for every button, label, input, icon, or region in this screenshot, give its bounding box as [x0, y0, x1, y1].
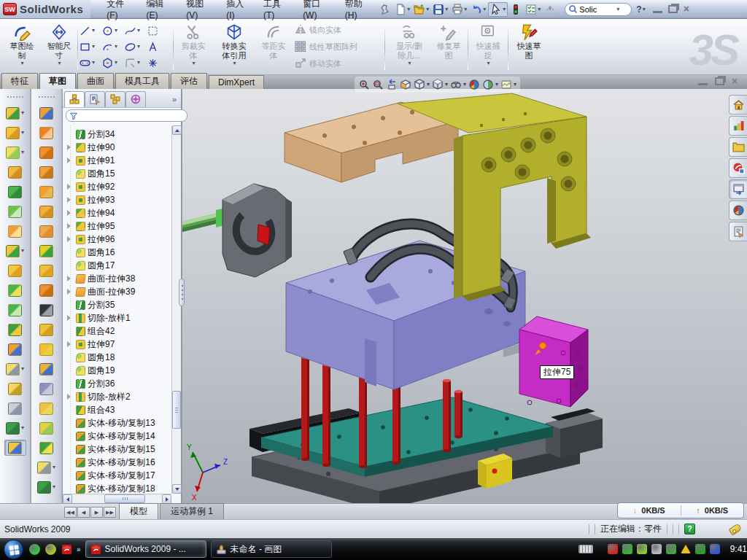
vertical-scroll-thumb[interactable]	[172, 391, 181, 429]
menu-4[interactable]: 工具(T)	[256, 0, 295, 23]
menu-5[interactable]: 窗口(W)	[295, 0, 338, 23]
tree-item[interactable]: 曲面-拉伸39	[67, 285, 171, 298]
apply-scene-button[interactable]: ▾	[482, 79, 498, 90]
expand-arrow-icon[interactable]	[67, 210, 71, 216]
tray-verified-badge-icon[interactable]	[637, 544, 647, 554]
trim-entities-button[interactable]: 剪裁实 体 ▾	[176, 21, 211, 72]
tray-volume-icon[interactable]	[651, 544, 662, 554]
print-button[interactable]: ▾	[450, 3, 468, 16]
tree-item[interactable]: 圆角16	[67, 246, 171, 259]
sk-text-button[interactable]	[147, 39, 169, 55]
quicklaunch-solidworks-icon[interactable]	[61, 544, 72, 555]
expand-arrow-icon[interactable]	[67, 158, 71, 163]
panel-splitter-handle[interactable]	[179, 279, 185, 306]
surface-map-button[interactable]	[36, 400, 58, 416]
revolved-boss-button[interactable]: ▾	[4, 125, 26, 141]
tree-item[interactable]: 拉伸97	[67, 338, 171, 351]
tree-item[interactable]: 切除-放样2	[67, 390, 171, 403]
tray-speed-shield-icon[interactable]	[622, 544, 632, 554]
search-input[interactable]	[579, 5, 614, 14]
tree-item[interactable]: 圆角15	[67, 167, 171, 180]
sk-polygon-button[interactable]: ▾	[101, 55, 124, 71]
expand-arrow-icon[interactable]	[67, 394, 71, 400]
doc-close-button[interactable]: ×	[732, 77, 741, 85]
tree-horizontal-scrollbar[interactable]	[63, 494, 171, 503]
extruded-boss-button[interactable]: ▾	[4, 105, 26, 121]
close-button[interactable]: ×	[684, 5, 693, 13]
prev-tab-button[interactable]: ◀	[77, 507, 90, 518]
taskbar-task-0[interactable]: SolidWorks 2009 - ...	[85, 540, 206, 558]
tree-item[interactable]: 分割35	[67, 298, 171, 311]
tray-blocked-icon[interactable]	[710, 544, 720, 554]
insert-line-button[interactable]	[36, 105, 58, 121]
section-view-button[interactable]	[400, 79, 411, 90]
menu-3[interactable]: 插入(I)	[219, 0, 256, 23]
sk-arc-button[interactable]: ▾	[101, 39, 124, 55]
radiate-surface-button[interactable]	[36, 282, 58, 298]
move-copy-body-button[interactable]	[4, 341, 26, 357]
tree-item[interactable]: 拉伸93	[67, 193, 171, 206]
first-tab-button[interactable]: ◀◀	[64, 507, 77, 518]
display-style-button[interactable]: ▾	[432, 79, 448, 90]
tree-item[interactable]: 拉伸91	[67, 154, 171, 167]
sk-line-button[interactable]: ▾	[79, 23, 101, 39]
scale-button[interactable]	[36, 243, 58, 259]
draft-button[interactable]	[4, 203, 26, 219]
expand-arrow-icon[interactable]	[67, 144, 71, 150]
start-button[interactable]	[4, 540, 23, 559]
edit-appearance-button[interactable]	[468, 79, 480, 90]
undo-button[interactable]: ▾	[469, 3, 487, 16]
expand-arrow-icon[interactable]	[67, 276, 71, 281]
taskpane-tab-view-palette[interactable]	[729, 179, 747, 199]
open-file-button[interactable]: ▾	[412, 3, 430, 16]
tray-alert-icon[interactable]	[681, 545, 691, 553]
core-button[interactable]	[36, 361, 58, 377]
pin-button[interactable]	[378, 3, 392, 16]
panel-tab-property-manager[interactable]	[85, 91, 105, 107]
convert-entities-button[interactable]: 转换实 体引用 ▾	[214, 21, 255, 72]
tree-item[interactable]: 圆角19	[67, 364, 171, 377]
tree-item[interactable]: 拉伸92	[67, 180, 171, 193]
expand-arrow-icon[interactable]	[67, 236, 71, 242]
curve-button[interactable]: ▾	[4, 420, 26, 436]
axis-button[interactable]	[4, 400, 26, 416]
doc-minimize-button[interactable]	[698, 77, 708, 85]
expand-arrow-icon[interactable]	[67, 341, 71, 347]
sk-boxselect-button[interactable]	[147, 23, 169, 39]
view-settings-button[interactable]: ▾	[500, 79, 516, 90]
offset-entities-button[interactable]: 等距实 体	[257, 21, 290, 72]
tree-item[interactable]: 实体-移动/复制16	[67, 456, 171, 469]
sk-corner-button[interactable]: ▾	[124, 55, 147, 71]
new-file-button[interactable]: ▾	[393, 3, 411, 16]
display-delete-relations-button[interactable]: 显示/删 除几... ▾	[389, 21, 430, 72]
menu-2[interactable]: 视图(V)	[179, 0, 219, 23]
task-list-button[interactable]: ▾	[524, 3, 542, 16]
tray-antivirus-icon[interactable]	[608, 544, 618, 554]
horizontal-scroll-thumb[interactable]	[104, 494, 145, 503]
draft-analysis-button[interactable]	[36, 164, 58, 180]
tray-protection-plus-icon[interactable]	[695, 544, 705, 554]
dome-button[interactable]	[36, 420, 58, 436]
tab-草图[interactable]: 草图	[39, 73, 76, 89]
tree-item[interactable]: 组合42	[67, 324, 171, 338]
tree-item[interactable]: 拉伸96	[67, 233, 171, 246]
tree-item[interactable]: 实体-移动/复制17	[67, 469, 171, 482]
select-cursor-button[interactable]: ▾	[488, 2, 508, 17]
tree-item[interactable]: 拉伸95	[67, 219, 171, 233]
traffic-light-button[interactable]	[508, 3, 523, 16]
planar-surface-button[interactable]	[36, 223, 58, 239]
graphics-viewport[interactable]: Y Z X 拉伸75	[182, 89, 747, 503]
insert-mold-button[interactable]	[36, 322, 58, 338]
sk-slot-button[interactable]: ▾	[79, 55, 101, 71]
horizontal-scroll-track[interactable]	[72, 494, 162, 503]
tree-item[interactable]: 拉伸90	[67, 141, 171, 154]
menu-1[interactable]: 编辑(E)	[139, 0, 179, 23]
mirror-entities-button[interactable]: 镜向实体	[295, 23, 381, 37]
doc-tab-模型[interactable]: 模型	[119, 503, 158, 519]
restore-button[interactable]	[668, 5, 678, 13]
part-slider-block[interactable]	[519, 316, 588, 407]
tray-sync-icon[interactable]	[666, 544, 676, 554]
tree-filter-box[interactable]	[66, 109, 187, 122]
tree-item[interactable]: 拉伸94	[67, 206, 171, 219]
smart-dimension-button[interactable]: 智能尺 寸 ▾	[42, 21, 77, 72]
